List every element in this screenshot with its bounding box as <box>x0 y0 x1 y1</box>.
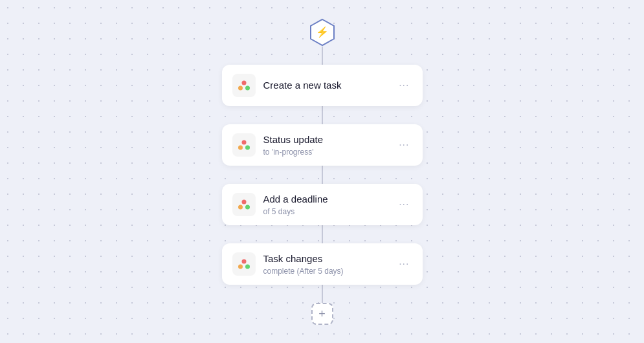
svg-point-4 <box>245 86 250 91</box>
svg-point-2 <box>241 81 246 85</box>
task-card-1: Create a new task ··· <box>222 65 423 106</box>
svg-point-11 <box>241 260 246 264</box>
card-title-2: Status update <box>263 133 389 146</box>
card-title-1: Create a new task <box>263 79 389 92</box>
trigger-icon[interactable]: ⚡ <box>308 18 337 47</box>
svg-point-13 <box>245 265 250 269</box>
card-menu-2[interactable]: ··· <box>396 137 412 153</box>
connector-5 <box>322 285 323 303</box>
task-card-3: Add a deadline of 5 days ··· <box>222 184 423 225</box>
card-subtitle-2: to 'in-progress' <box>263 148 389 157</box>
card-content-4: Task changes complete (After 5 days) <box>263 252 389 276</box>
svg-point-3 <box>238 86 243 91</box>
card-content-2: Status update to 'in-progress' <box>263 133 389 157</box>
svg-point-8 <box>241 200 246 205</box>
card-icon-1 <box>232 74 256 97</box>
task-card-4: Task changes complete (After 5 days) ··· <box>222 243 423 285</box>
card-icon-3 <box>232 193 256 216</box>
card-title-4: Task changes <box>263 252 389 265</box>
svg-point-7 <box>245 146 250 150</box>
svg-point-10 <box>245 205 250 210</box>
svg-point-6 <box>238 146 243 150</box>
card-menu-3[interactable]: ··· <box>396 196 412 213</box>
card-menu-4[interactable]: ··· <box>396 256 412 272</box>
card-menu-1[interactable]: ··· <box>396 77 412 94</box>
card-icon-4 <box>232 252 256 276</box>
workflow-container: ⚡ Create a new task ··· Stat <box>222 18 423 325</box>
connector-1 <box>322 47 323 65</box>
card-icon-2 <box>232 133 256 157</box>
card-subtitle-4: complete (After 5 days) <box>263 267 389 276</box>
svg-point-12 <box>238 265 243 269</box>
svg-point-9 <box>238 205 243 210</box>
task-card-2: Status update to 'in-progress' ··· <box>222 124 423 166</box>
svg-text:⚡: ⚡ <box>316 26 329 38</box>
card-subtitle-3: of 5 days <box>263 207 389 216</box>
add-step-button[interactable]: + <box>311 303 333 325</box>
connector-2 <box>322 106 323 124</box>
card-content-3: Add a deadline of 5 days <box>263 193 389 216</box>
svg-point-5 <box>241 140 246 145</box>
connector-4 <box>322 225 323 243</box>
connector-3 <box>322 166 323 184</box>
card-title-3: Add a deadline <box>263 193 389 206</box>
card-content-1: Create a new task <box>263 79 389 92</box>
